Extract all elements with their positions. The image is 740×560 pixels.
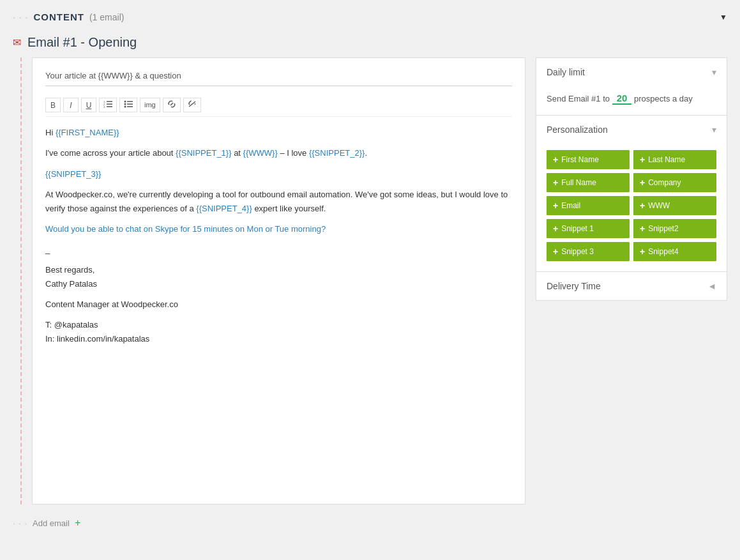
svg-point-11 [125,106,126,108]
bold-button[interactable]: B [45,98,61,112]
var-snippet3: {{SNIPPET_3}} [45,169,101,179]
var-first-name: {{FIRST_NAME}} [56,128,119,137]
daily-limit-text-after: prospects a day [634,94,693,103]
daily-limit-body: Send Email #1 to 20 prospects a day [536,86,727,115]
main-content: Your article at {{WWW}} & a question B I… [32,57,727,504]
email-section-title: Email #1 - Opening [27,35,137,50]
daily-limit-collapse-icon[interactable]: ▾ [712,67,716,77]
drag-handle[interactable]: · · · [13,12,28,22]
personalization-tag-4[interactable]: +Email [547,196,630,215]
content-header-left: · · · CONTENT (1 email) [13,11,124,22]
italic-button[interactable]: I [63,98,79,112]
daily-limit-title: Daily limit [547,67,585,77]
daily-limit-header[interactable]: Daily limit ▾ [536,58,727,86]
delivery-time-collapse-icon[interactable]: ◄ [707,281,716,291]
delivery-time-section[interactable]: Delivery Time ◄ [536,272,727,301]
svg-point-10 [125,103,126,105]
personalization-grid: +First Name+Last Name+Full Name+Company+… [547,150,716,261]
daily-limit-number[interactable]: 20 [612,93,631,105]
var-www: {{WWW}} [243,148,278,158]
content-collapse-icon[interactable]: ▼ [720,13,727,22]
right-sidebar: Daily limit ▾ Send Email #1 to 20 prospe… [536,57,727,504]
skype-text: Would you be able to chat on Skype for 1… [45,224,326,234]
add-email-link[interactable]: Add email [33,518,70,528]
personalization-tag-2[interactable]: +Full Name [547,173,630,192]
email-envelope-icon: ✉ [13,36,21,49]
underline-button[interactable]: U [81,98,96,112]
email-content-wrapper: Your article at {{WWW}} & a question B I… [20,57,727,504]
personalization-body: +First Name+Last Name+Full Name+Company+… [536,144,727,271]
unordered-list-button[interactable] [119,98,137,112]
personalization-tag-3[interactable]: +Company [633,173,716,192]
personalization-collapse-icon[interactable]: ▾ [712,125,716,135]
image-button[interactable]: img [140,98,160,112]
personalization-header[interactable]: Personalization ▾ [536,116,727,144]
personalization-tag-1[interactable]: +Last Name [633,150,716,169]
add-email-row: · · · Add email + [13,504,727,535]
add-email-handle: · · · [13,518,27,528]
link-button[interactable] [163,98,181,112]
daily-limit-text: Send Email #1 to 20 prospects a day [547,93,716,105]
delivery-time-title: Delivery Time [547,281,601,291]
subject-line[interactable]: Your article at {{WWW}} & a question [45,71,512,86]
personalization-tag-8[interactable]: +Snippet 3 [547,242,630,261]
ordered-list-button[interactable]: 1. 2. 3. [99,98,117,112]
content-title: CONTENT [33,11,84,22]
svg-point-9 [125,101,126,103]
var-snippet1: {{SNIPPET_1}} [176,148,231,158]
email-body[interactable]: Hi {{FIRST_NAME}} I've come across your … [45,126,512,346]
personalization-tag-7[interactable]: +Snippet2 [633,219,716,238]
page-wrapper: · · · CONTENT (1 email) ▼ ✉ Email #1 - O… [0,0,740,560]
var-snippet2: {{SNIPPET_2}} [309,148,365,158]
daily-limit-section: Daily limit ▾ Send Email #1 to 20 prospe… [536,57,727,116]
personalization-tag-6[interactable]: +Snippet 1 [547,219,630,238]
svg-text:3.: 3. [103,105,105,108]
var-snippet4: {{SNIPPET_4}} [196,204,252,213]
email-section-header: ✉ Email #1 - Opening [13,30,727,57]
personalization-tag-9[interactable]: +Snippet4 [633,242,716,261]
content-header: · · · CONTENT (1 email) ▼ [13,6,727,30]
personalization-tag-5[interactable]: +WWW [633,196,716,215]
email-editor-panel: Your article at {{WWW}} & a question B I… [32,57,525,504]
content-count: (1 email) [89,12,124,22]
unlink-button[interactable] [183,98,201,112]
editor-toolbar: B I U 1. 2. 3. [45,94,512,117]
personalization-section: Personalization ▾ +First Name+Last Name+… [536,116,727,272]
personalization-title: Personalization [547,125,608,135]
daily-limit-text-before: Send Email #1 to [547,94,610,103]
add-email-plus-icon[interactable]: + [75,517,80,529]
personalization-tag-0[interactable]: +First Name [547,150,630,169]
